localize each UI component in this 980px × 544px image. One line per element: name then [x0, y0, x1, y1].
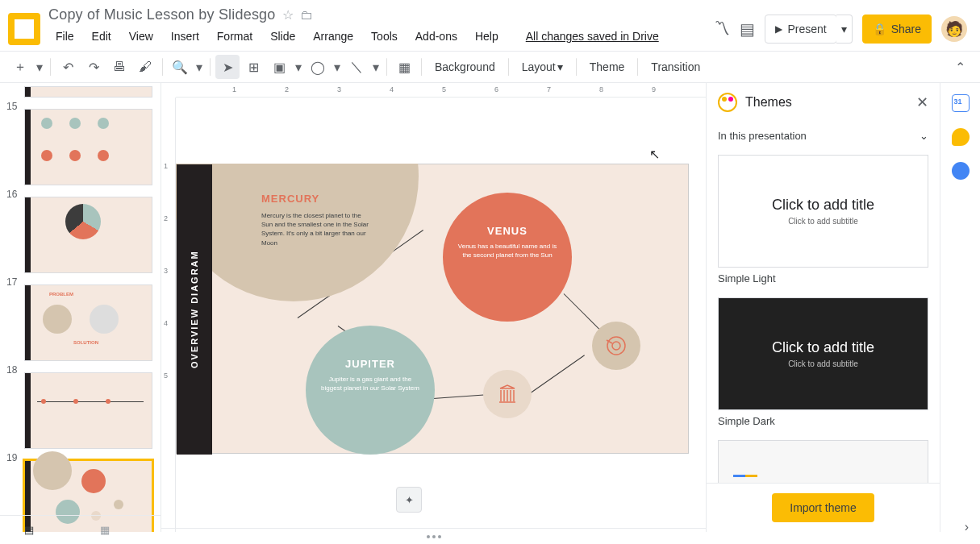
import-theme-button[interactable]: Import theme — [772, 493, 874, 522]
toolbar: ＋ ▾ ↶ ↷ 🖶 🖌 🔍 ▾ ➤ ⊞ ▣ ▾ ◯ ▾ ＼ ▾ ▦ Backgr… — [0, 51, 980, 83]
slide-title-band[interactable]: OVERVIEW DIAGRAM — [177, 164, 212, 455]
textbox-tool[interactable]: ⊞ — [241, 55, 265, 79]
chevron-down-icon: ⌄ — [920, 130, 928, 142]
menu-addons[interactable]: Add-ons — [408, 27, 465, 46]
small-circle-columns-icon[interactable] — [483, 370, 532, 418]
mercury-desc: Mercury is the closest planet to the Sun… — [261, 211, 374, 247]
transition-button[interactable]: Transition — [643, 55, 708, 79]
present-dropdown[interactable]: ▾ — [836, 15, 853, 44]
image-dropdown[interactable]: ▾ — [293, 55, 304, 79]
drum-icon — [604, 334, 628, 358]
menu-help[interactable]: Help — [468, 27, 506, 46]
themes-panel: Themes ✕ In this presentation ⌄ Click to… — [706, 83, 940, 532]
activity-icon[interactable]: 〽 — [714, 19, 730, 38]
svg-point-0 — [607, 337, 625, 355]
menubar: File Edit View Insert Format Slide Arran… — [48, 23, 706, 51]
share-button[interactable]: 🔒Share — [862, 15, 932, 44]
slide-thumb-15[interactable] — [24, 109, 152, 185]
columns-icon — [495, 382, 519, 406]
filmstrip[interactable]: 15 16 17 PROBLEM SOLUTION 18 — [0, 83, 161, 532]
slide-thumb-17[interactable]: PROBLEM SOLUTION — [24, 284, 152, 361]
grid-view-icon[interactable]: ▦ — [100, 524, 110, 536]
line-tool[interactable]: ＼ — [344, 55, 369, 79]
line-dropdown[interactable]: ▾ — [370, 55, 382, 79]
undo-button[interactable]: ↶ — [56, 55, 80, 79]
slide-number: 17 — [6, 276, 17, 288]
menu-view[interactable]: View — [122, 27, 161, 46]
comment-button[interactable]: ▦ — [392, 55, 416, 79]
zoom-dropdown[interactable]: ▾ — [194, 55, 205, 79]
shape-dropdown[interactable]: ▾ — [332, 55, 343, 79]
star-icon[interactable]: ☆ — [282, 7, 294, 23]
canvas-resize-handle[interactable] — [161, 528, 706, 544]
account-avatar[interactable]: 🧑 — [941, 16, 967, 42]
slide-number: 19 — [6, 452, 17, 463]
slides-logo[interactable] — [8, 13, 40, 45]
theme-card-simple-light[interactable]: Click to add title Click to add subtitle — [718, 155, 928, 268]
slide-thumb-18[interactable] — [24, 372, 152, 449]
venus-title: VENUS — [457, 225, 557, 237]
theme-card-streamline[interactable]: Click to add title Click to add subtitle — [718, 440, 928, 483]
menu-tools[interactable]: Tools — [364, 27, 405, 46]
menu-format[interactable]: Format — [210, 27, 260, 46]
folder-icon[interactable]: 🗀 — [300, 8, 313, 23]
present-button[interactable]: ▶Present — [765, 15, 836, 44]
collapse-toolbar-icon[interactable]: ⌃ — [948, 55, 972, 79]
theme-name-label: Simple Dark — [718, 415, 928, 427]
image-tool[interactable]: ▣ — [267, 55, 291, 79]
side-app-bar — [940, 83, 980, 532]
calendar-app-icon[interactable] — [952, 94, 970, 112]
mercury-title: MERCURY — [261, 193, 374, 205]
jupiter-desc: Jupiter is a gas giant and the biggest p… — [320, 375, 420, 392]
zoom-button[interactable]: 🔍 — [168, 55, 192, 79]
horizontal-ruler: 1 2 3 4 5 6 7 8 9 — [176, 83, 706, 98]
print-button[interactable]: 🖶 — [107, 55, 131, 79]
lock-icon: 🔒 — [873, 23, 886, 35]
layout-button[interactable]: Layout▾ — [514, 55, 571, 79]
comments-icon[interactable]: ▤ — [740, 19, 755, 39]
slide-canvas-area[interactable]: 1 2 3 4 5 6 7 8 9 1 2 3 4 5 — [161, 83, 706, 532]
vertical-ruler: 1 2 3 4 5 — [161, 98, 176, 532]
theme-card-simple-dark[interactable]: Click to add title Click to add subtitle — [718, 297, 928, 410]
document-title[interactable]: Copy of Music Lesson by Slidesgo — [48, 6, 276, 23]
shape-tool[interactable]: ◯ — [306, 55, 330, 79]
close-icon[interactable]: ✕ — [916, 93, 928, 111]
theme-name-label: Simple Light — [718, 272, 928, 284]
menu-insert[interactable]: Insert — [164, 27, 206, 46]
background-button[interactable]: Background — [427, 55, 503, 79]
jupiter-circle[interactable]: JUPITER Jupiter is a gas giant and the b… — [306, 326, 435, 455]
menu-edit[interactable]: Edit — [85, 27, 119, 46]
slide-number: 16 — [6, 189, 17, 200]
menu-file[interactable]: File — [48, 27, 81, 46]
mercury-text-block[interactable]: MERCURY Mercury is the closest planet to… — [261, 193, 374, 247]
explore-button[interactable]: ✦ — [396, 487, 422, 513]
slide-number: 15 — [6, 101, 17, 112]
new-slide-dropdown[interactable]: ▾ — [34, 55, 45, 79]
select-tool[interactable]: ➤ — [215, 55, 240, 79]
jupiter-title: JUPITER — [320, 358, 420, 370]
paint-format-button[interactable]: 🖌 — [133, 55, 157, 79]
in-this-presentation-toggle[interactable]: In this presentation ⌄ — [707, 122, 940, 150]
menu-arrange[interactable]: Arrange — [306, 27, 361, 46]
slide-thumb-14[interactable] — [24, 86, 152, 98]
filmstrip-view-controls: ▤ ▦ — [0, 515, 161, 544]
slide-thumb-16[interactable] — [24, 197, 152, 273]
small-circle-drum-icon[interactable] — [592, 322, 640, 370]
palette-icon — [718, 93, 737, 112]
menu-slide[interactable]: Slide — [263, 27, 302, 46]
hide-sidebar-icon[interactable]: › — [965, 520, 969, 534]
venus-circle[interactable]: VENUS Venus has a beautiful name and is … — [443, 193, 572, 322]
themes-panel-title: Themes — [745, 95, 792, 110]
svg-point-1 — [612, 342, 620, 350]
filmstrip-view-icon[interactable]: ▤ — [24, 524, 34, 536]
new-slide-button[interactable]: ＋ — [8, 55, 32, 79]
keep-app-icon[interactable] — [952, 128, 970, 146]
theme-button[interactable]: Theme — [582, 55, 633, 79]
tasks-app-icon[interactable] — [952, 162, 970, 180]
redo-button[interactable]: ↷ — [81, 55, 106, 79]
venus-desc: Venus has a beautiful name and is the se… — [457, 242, 557, 260]
save-status[interactable]: All changes saved in Drive — [519, 27, 666, 46]
slide-number: 18 — [6, 364, 17, 376]
